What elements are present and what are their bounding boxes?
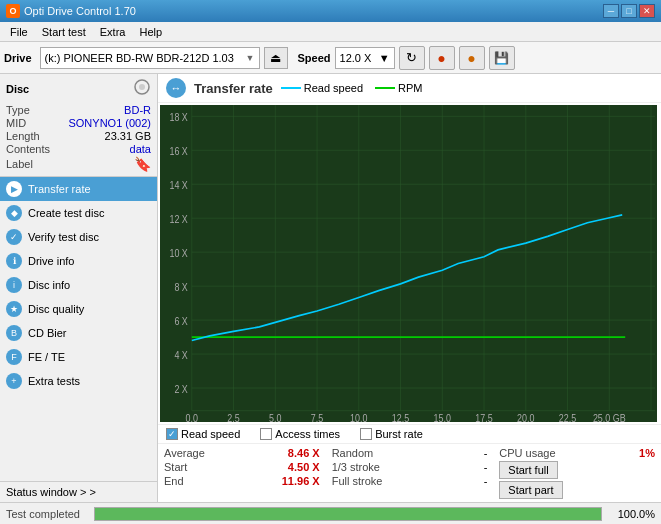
random-label: Random [332, 447, 374, 459]
disc-quality-icon: ★ [6, 301, 22, 317]
nav-label-verify-test-disc: Verify test disc [28, 231, 99, 243]
toolbar-icon-btn-1[interactable]: ● [429, 46, 455, 70]
nav-item-fe-te[interactable]: F FE / TE [0, 345, 157, 369]
drive-info-icon: ℹ [6, 253, 22, 269]
chart-area: ↔ Transfer rate Read speed RPM 18 X [158, 74, 661, 502]
main-layout: Disc Type BD-R MID SONYNO1 (002) Length … [0, 74, 661, 502]
cpu-row: CPU usage 1% [499, 446, 655, 460]
app-icon: O [6, 4, 20, 18]
random-row: Random - [332, 446, 488, 460]
drive-value: (k:) PIONEER BD-RW BDR-212D 1.03 [45, 52, 234, 64]
full-stroke-val: - [484, 475, 488, 487]
menu-start-test[interactable]: Start test [36, 24, 92, 40]
legend-read-speed-label: Read speed [304, 82, 363, 94]
disc-type-label: Type [6, 104, 30, 116]
start-full-button[interactable]: Start full [499, 461, 557, 479]
nav-item-create-test-disc[interactable]: ◆ Create test disc [0, 201, 157, 225]
stroke13-label: 1/3 stroke [332, 461, 380, 473]
verify-test-disc-icon: ✓ [6, 229, 22, 245]
access-times-checkbox-item[interactable]: Access times [260, 428, 340, 440]
burst-rate-checkbox-item[interactable]: Burst rate [360, 428, 423, 440]
progress-bar-fill [95, 508, 601, 520]
nav-item-transfer-rate[interactable]: ▶ Transfer rate [0, 177, 157, 201]
average-row: Average 8.46 X [164, 446, 320, 460]
svg-point-1 [139, 84, 145, 90]
menu-extra[interactable]: Extra [94, 24, 132, 40]
stroke13-val: - [484, 461, 488, 473]
access-times-checkbox-label: Access times [275, 428, 340, 440]
chart-legend: Read speed RPM [281, 82, 423, 94]
svg-text:8 X: 8 X [174, 281, 188, 293]
speed-selector[interactable]: 12.0 X ▼ [335, 47, 395, 69]
full-stroke-label: Full stroke [332, 475, 383, 487]
svg-text:16 X: 16 X [169, 145, 188, 157]
svg-text:7.5: 7.5 [311, 412, 323, 422]
disc-length-label: Length [6, 130, 40, 142]
disc-mid-val: SONYNO1 (002) [68, 117, 151, 129]
svg-text:20.0: 20.0 [517, 412, 534, 422]
svg-text:0.0: 0.0 [186, 412, 198, 422]
average-label: Average [164, 447, 205, 459]
menu-file[interactable]: File [4, 24, 34, 40]
svg-text:2.5: 2.5 [227, 412, 239, 422]
start-part-button[interactable]: Start part [499, 481, 562, 499]
nav-item-verify-test-disc[interactable]: ✓ Verify test disc [0, 225, 157, 249]
random-val: - [484, 447, 488, 459]
close-button[interactable]: ✕ [639, 4, 655, 18]
svg-rect-2 [160, 105, 657, 422]
toolbar: Drive (k:) PIONEER BD-RW BDR-212D 1.03 ▼… [0, 42, 661, 74]
disc-refresh-icon[interactable] [133, 78, 151, 100]
refresh-icon: ↻ [406, 50, 417, 65]
status-bar: Test completed 100.0% [0, 502, 661, 524]
read-speed-checkbox[interactable]: ✓ [166, 428, 178, 440]
toolbar-icon-btn-2[interactable]: ● [459, 46, 485, 70]
status-window-button[interactable]: Status window > > [0, 481, 157, 502]
nav-label-cd-bier: CD Bier [28, 327, 67, 339]
legend-rpm-label: RPM [398, 82, 422, 94]
disc-header: Disc [6, 83, 29, 95]
drive-arrow-icon: ▼ [246, 53, 255, 63]
full-stroke-row: Full stroke - [332, 474, 488, 488]
chart-icon: ↔ [166, 78, 186, 98]
cpu-val: 1% [639, 447, 655, 459]
stroke13-row: 1/3 stroke - [332, 460, 488, 474]
title-bar: O Opti Drive Control 1.70 ─ □ ✕ [0, 0, 661, 22]
progress-percent: 100.0% [610, 508, 655, 520]
refresh-button[interactable]: ↻ [399, 46, 425, 70]
save-button[interactable]: 💾 [489, 46, 515, 70]
stats-section: Average 8.46 X Start 4.50 X End 11.96 X … [158, 443, 661, 502]
svg-text:5.0: 5.0 [269, 412, 281, 422]
start-full-row: Start full [499, 460, 655, 480]
transfer-rate-icon: ▶ [6, 181, 22, 197]
extra-tests-icon: + [6, 373, 22, 389]
sidebar: Disc Type BD-R MID SONYNO1 (002) Length … [0, 74, 158, 502]
cd-bier-icon: B [6, 325, 22, 341]
disc-panel: Disc Type BD-R MID SONYNO1 (002) Length … [0, 74, 157, 177]
minimize-button[interactable]: ─ [603, 4, 619, 18]
disc-icon: ● [437, 50, 445, 66]
nav-item-disc-quality[interactable]: ★ Disc quality [0, 297, 157, 321]
nav-item-cd-bier[interactable]: B CD Bier [0, 321, 157, 345]
maximize-button[interactable]: □ [621, 4, 637, 18]
progress-bar [94, 507, 602, 521]
burst-rate-checkbox[interactable] [360, 428, 372, 440]
nav-item-extra-tests[interactable]: + Extra tests [0, 369, 157, 393]
stat-col-2: Random - 1/3 stroke - Full stroke - [326, 444, 494, 502]
nav-item-disc-info[interactable]: i Disc info [0, 273, 157, 297]
svg-text:4 X: 4 X [174, 349, 188, 361]
read-speed-checkbox-item[interactable]: ✓ Read speed [166, 428, 240, 440]
menu-help[interactable]: Help [133, 24, 168, 40]
status-text: Test completed [6, 508, 86, 520]
graph-svg: 18 X 16 X 14 X 12 X 10 X 8 X 6 X 4 X 2 X [160, 105, 657, 422]
access-times-checkbox[interactable] [260, 428, 272, 440]
cpu-label: CPU usage [499, 447, 555, 459]
speed-label: Speed [298, 52, 331, 64]
nav-label-disc-info: Disc info [28, 279, 70, 291]
disc-label-icon[interactable]: 🔖 [134, 156, 151, 172]
nav-item-drive-info[interactable]: ℹ Drive info [0, 249, 157, 273]
nav-label-drive-info: Drive info [28, 255, 74, 267]
eject-button[interactable]: ⏏ [264, 47, 288, 69]
eject-icon: ⏏ [270, 51, 281, 65]
drive-selector[interactable]: (k:) PIONEER BD-RW BDR-212D 1.03 ▼ [40, 47, 260, 69]
start-row: Start 4.50 X [164, 460, 320, 474]
